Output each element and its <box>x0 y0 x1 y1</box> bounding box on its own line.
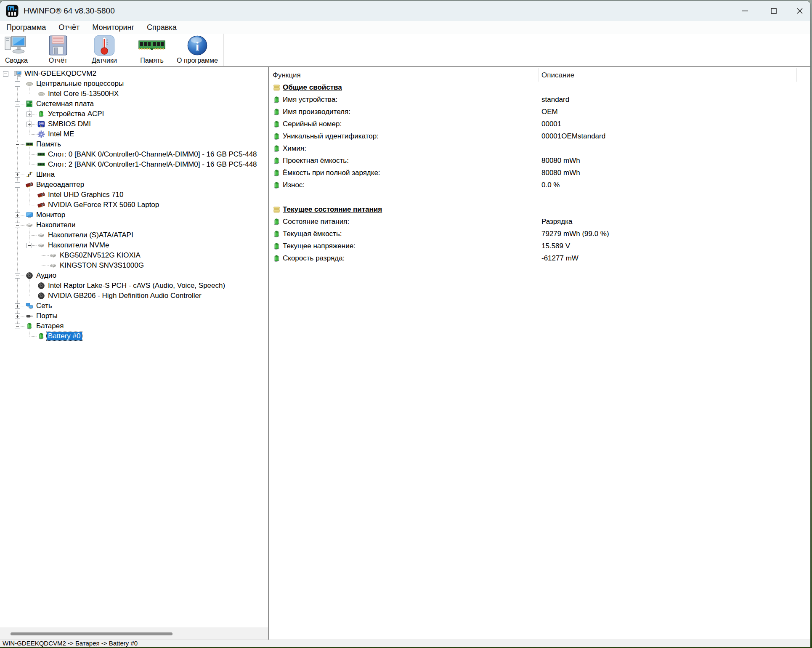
gpu-icon <box>37 191 45 199</box>
details-row-label: Имя устройства: <box>283 96 337 104</box>
maximize-button[interactable] <box>761 1 787 21</box>
battery-icon <box>273 133 281 141</box>
details-row[interactable]: Имя производителя:OEM <box>269 106 810 118</box>
toolbar-button-1[interactable]: Отчёт <box>47 35 69 65</box>
expander-minus-icon[interactable] <box>15 142 20 147</box>
details-row[interactable]: Химия: <box>269 143 810 155</box>
tree-item-label[interactable]: Аудио <box>35 271 58 280</box>
tree-item-label[interactable]: Battery #0 <box>47 332 82 340</box>
tree-item-label[interactable]: Память <box>35 140 62 149</box>
menu-item-2[interactable]: Мониторинг <box>86 21 141 34</box>
tree-item-label[interactable]: Накопители (S)ATA/ATAPI <box>47 231 135 239</box>
expander-minus-icon[interactable] <box>27 243 32 248</box>
details-row-value: 15.589 V <box>541 242 570 250</box>
tree-item-label[interactable]: Центральные процессоры <box>35 80 125 88</box>
monitor-icon <box>26 211 33 219</box>
tree-connector-line <box>29 195 37 195</box>
expander-minus-icon[interactable] <box>15 273 20 279</box>
tree-item-label[interactable]: Intel Core i5-13500HX <box>47 90 120 98</box>
details-row[interactable]: Серийный номер:00001 <box>269 118 810 130</box>
toolbar: СводкаОтчётДатчикиПамятьiО программе <box>0 34 810 67</box>
drive-icon <box>49 262 57 269</box>
tree-item-label[interactable]: Intel Raptor Lake-S PCH - cAVS (Audio, V… <box>47 282 226 290</box>
column-separator[interactable] <box>539 68 539 82</box>
battery-icon <box>273 230 281 238</box>
tree-item-label[interactable]: Устройства ACPI <box>47 110 105 118</box>
tree-item-label[interactable]: Накопители NVMe <box>47 241 110 250</box>
expander-minus-icon[interactable] <box>3 71 8 77</box>
column-separator[interactable] <box>796 68 797 82</box>
details-row[interactable]: Состояние питания:Разрядка <box>269 216 810 228</box>
details-row[interactable]: Уникальный идентификатор:00001OEMstandar… <box>269 130 810 143</box>
details-panel: Функция Описание Общие свойстваИмя устро… <box>269 67 810 641</box>
tree-item-label[interactable]: Слот: 0 [BANK 0/Controller0-ChannelA-DIM… <box>47 150 258 159</box>
tree-item-label[interactable]: KINGSTON SNV3S1000G <box>58 261 145 270</box>
menu-item-3[interactable]: Справка <box>141 21 183 34</box>
expander-minus-icon[interactable] <box>15 101 20 107</box>
tree-connector-line <box>41 255 49 256</box>
details-row[interactable]: Скорость разряда:-61277 mW <box>269 252 810 265</box>
tree-item-label[interactable]: Шина <box>35 170 56 179</box>
cpu-icon <box>37 90 45 98</box>
expander-plus-icon[interactable] <box>15 212 20 218</box>
details-section-row[interactable]: Текущее состояние питания <box>269 204 810 216</box>
details-row[interactable]: Ёмкость при полной зарядке:80080 mWh <box>269 167 810 179</box>
battery-icon <box>273 169 281 177</box>
menu-item-0[interactable]: Программа <box>0 21 52 34</box>
scrollbar-thumb[interactable] <box>11 632 172 635</box>
usb-icon <box>26 312 33 320</box>
details-section-row[interactable]: Общие свойства <box>269 82 810 94</box>
expander-minus-icon[interactable] <box>15 81 20 87</box>
expander-plus-icon[interactable] <box>27 112 32 117</box>
report-floppy-icon <box>47 35 69 56</box>
tree-item-label[interactable]: Сеть <box>35 302 53 310</box>
toolbar-button-4[interactable]: iО программе <box>177 35 218 65</box>
expander-minus-icon[interactable] <box>15 223 20 228</box>
column-header-function[interactable]: Функция <box>273 71 301 80</box>
tree-item-label[interactable]: Порты <box>35 312 59 320</box>
computer-icon <box>14 70 21 77</box>
drive-icon <box>26 221 33 229</box>
expander-minus-icon[interactable] <box>15 324 20 329</box>
column-header-description[interactable]: Описание <box>541 71 574 80</box>
details-row[interactable]: Имя устройства:standard <box>269 94 810 106</box>
toolbar-button-3[interactable]: Память <box>138 35 166 65</box>
details-row[interactable]: Износ:0.0 % <box>269 179 810 191</box>
tree-item-label[interactable]: Монитор <box>35 211 66 219</box>
tree-connector-line <box>29 286 37 286</box>
toolbar-button-2[interactable]: Датчики <box>92 35 117 65</box>
toolbar-button-0[interactable]: Сводка <box>3 35 29 65</box>
tree-connector-line <box>29 235 37 236</box>
tree-item-label[interactable]: Накопители <box>35 221 77 229</box>
expander-plus-icon[interactable] <box>27 122 32 127</box>
tree-item-label[interactable]: WIN-GDEEKQDCVM2 <box>23 69 98 78</box>
tree-connector-line <box>29 279 29 296</box>
expander-plus-icon[interactable] <box>15 313 20 319</box>
toolbar-separator <box>223 34 223 66</box>
details-row[interactable]: Текущая ёмкость:79279 mWh (99.0 %) <box>269 228 810 240</box>
tree-item-label[interactable]: Системная плата <box>35 100 95 108</box>
tree-item-label[interactable]: Intel UHD Graphics 710 <box>47 191 125 199</box>
expander-plus-icon[interactable] <box>15 303 20 309</box>
tree-item-label[interactable]: NVIDIA GB206 - High Definition Audio Con… <box>47 292 203 300</box>
tree-item-label[interactable]: KBG50ZNV512G KIOXIA <box>58 251 142 260</box>
details-row[interactable]: Проектная ёмкость:80080 mWh <box>269 155 810 167</box>
tree-item-label[interactable]: Слот: 2 [BANK 0/Controller1-ChannelA-DIM… <box>47 160 258 169</box>
tree-item-label[interactable]: Батарея <box>35 322 65 330</box>
tree-connector-line <box>29 296 37 296</box>
memory-icon <box>37 161 45 168</box>
expander-minus-icon[interactable] <box>15 182 20 188</box>
statusbar: WIN-GDEEKQDCVM2 -> Батарея -> Battery #0 <box>0 640 810 647</box>
details-row[interactable]: Текущее напряжение:15.589 V <box>269 240 810 252</box>
details-row-label: Уникальный идентификатор: <box>283 132 379 141</box>
tree-item-label[interactable]: NVIDIA GeForce RTX 5060 Laptop <box>47 201 160 209</box>
expander-plus-icon[interactable] <box>15 172 20 178</box>
details-row-label: Скорость разряда: <box>283 254 345 263</box>
tree-item-label[interactable]: Intel ME <box>47 130 75 138</box>
battery-icon <box>273 96 281 104</box>
tree-item-label[interactable]: Видеоадаптер <box>35 181 85 189</box>
tree-item-label[interactable]: SMBIOS DMI <box>47 120 92 128</box>
menu-item-1[interactable]: Отчёт <box>52 21 86 34</box>
close-button[interactable] <box>787 1 810 21</box>
minimize-button[interactable] <box>732 1 758 21</box>
